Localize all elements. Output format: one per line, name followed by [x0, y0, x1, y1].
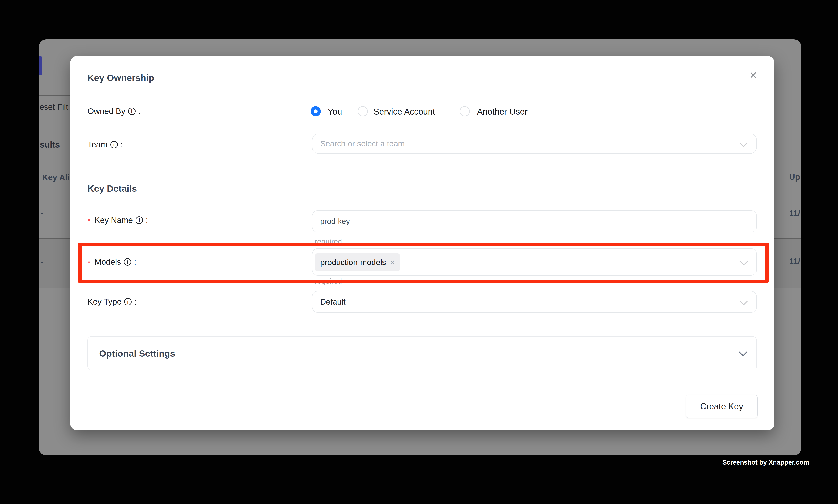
- owned-by-label: Owned By i :: [88, 106, 140, 116]
- key-name-input[interactable]: prod-key: [312, 211, 757, 232]
- toolbar-divider-top: [39, 95, 71, 96]
- optional-settings-label: Optional Settings: [99, 337, 175, 370]
- watermark-text: Screenshot by Xnapper.com: [723, 459, 799, 466]
- annotation-box: [78, 242, 769, 283]
- chevron-down-icon: [739, 297, 748, 305]
- team-label: Team i :: [88, 140, 123, 150]
- colon: :: [138, 107, 141, 116]
- chevron-down-icon: [739, 139, 748, 147]
- info-icon[interactable]: i: [110, 141, 118, 148]
- table-cell-key-alias: -: [41, 208, 43, 218]
- page: eset Filt sults Key Alia Up - 11/ - 11/ …: [0, 0, 838, 504]
- owned-by-label-text: Owned By: [88, 107, 125, 116]
- key-name-value: prod-key: [320, 211, 350, 232]
- radio-label-you[interactable]: You: [327, 107, 342, 116]
- colon: :: [146, 216, 148, 225]
- info-icon[interactable]: i: [128, 108, 136, 115]
- radio-owned-by-another-user[interactable]: [460, 106, 470, 116]
- info-icon[interactable]: i: [124, 298, 131, 305]
- create-key-button-fragment: [39, 56, 42, 75]
- team-label-text: Team: [88, 140, 108, 149]
- radio-label-another-user[interactable]: Another User: [477, 107, 528, 116]
- key-type-select[interactable]: Default: [312, 291, 757, 312]
- key-type-value: Default: [320, 291, 345, 312]
- chevron-down-icon: [738, 347, 748, 356]
- team-select[interactable]: Search or select a team: [312, 133, 757, 154]
- info-icon[interactable]: i: [136, 216, 143, 224]
- team-select-placeholder: Search or select a team: [320, 134, 405, 154]
- required-mark: *: [88, 216, 91, 226]
- table-cell-key-alias: -: [41, 257, 43, 267]
- key-name-label: * Key Name i :: [88, 215, 148, 225]
- reset-filters-button-partial: eset Filt: [39, 102, 68, 112]
- results-count-partial: sults: [40, 140, 60, 149]
- table-cell-updated: 11/: [789, 257, 800, 266]
- column-header-key-alias: Key Alia: [42, 173, 74, 182]
- create-key-button[interactable]: Create Key: [686, 395, 757, 418]
- key-name-label-text: Key Name: [94, 216, 133, 225]
- key-type-label: Key Type i :: [88, 297, 137, 307]
- close-icon[interactable]: ✕: [747, 70, 759, 81]
- radio-label-service-account[interactable]: Service Account: [374, 107, 435, 116]
- key-type-label-text: Key Type: [88, 297, 122, 306]
- colon: :: [134, 297, 137, 306]
- colon: :: [121, 140, 123, 149]
- modal-title: Key Ownership: [88, 72, 154, 83]
- toolbar-divider-bottom: [39, 115, 71, 116]
- table-cell-updated: 11/: [789, 209, 800, 218]
- key-details-title: Key Details: [88, 183, 137, 194]
- radio-owned-by-you[interactable]: [310, 106, 321, 116]
- radio-owned-by-service-account[interactable]: [358, 106, 368, 116]
- column-header-updated: Up: [789, 173, 800, 182]
- optional-settings-panel[interactable]: Optional Settings: [88, 336, 757, 371]
